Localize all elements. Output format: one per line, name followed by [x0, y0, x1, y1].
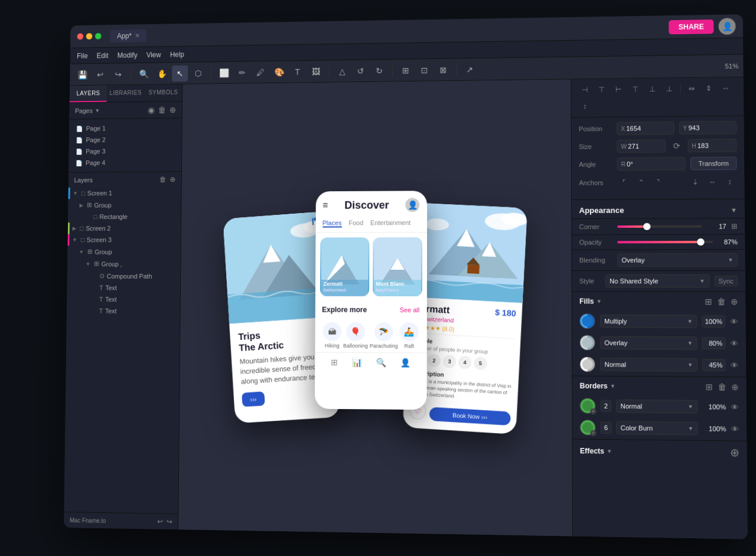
align-center-h-btn[interactable]: ⊤ — [594, 83, 609, 97]
num-2[interactable]: 2 — [427, 354, 441, 367]
borders-options-icon[interactable]: ⊞ — [705, 382, 713, 392]
anchor-center-v[interactable]: ↕ — [722, 175, 737, 189]
fills-delete-icon[interactable]: 🗑 — [717, 297, 726, 306]
anchor-tool[interactable]: ⬡ — [190, 65, 206, 81]
lock-ratio-icon[interactable]: ⟳ — [673, 141, 680, 151]
page-item-1[interactable]: 📄 Page 1 — [69, 122, 182, 134]
share-button[interactable]: SHARE — [669, 19, 713, 34]
hamburger-icon[interactable]: ≡ — [322, 200, 328, 211]
num-5[interactable]: 5 — [473, 357, 487, 370]
layer-screen-1[interactable]: ▼ □ Screen 1 — [69, 187, 181, 199]
layer-text-1[interactable]: ▶ T Text — [67, 282, 180, 294]
nav-search-icon[interactable]: 🔍 — [376, 358, 386, 367]
menu-view[interactable]: View — [146, 51, 161, 59]
border-blend-2[interactable]: Color Burn ▼ — [616, 421, 698, 436]
transform-button[interactable]: Transform — [690, 157, 737, 171]
corner-options-icon[interactable]: ⊞ — [731, 222, 738, 230]
page-item-2[interactable]: 📄 Page 2 — [69, 133, 182, 146]
anchor-top-right[interactable]: ⌝ — [651, 175, 666, 189]
title-tab[interactable]: App* ✕ — [110, 29, 146, 42]
close-window-btn[interactable] — [77, 33, 84, 40]
save-tool[interactable]: 💾 — [74, 67, 90, 83]
tab-close-icon[interactable]: ✕ — [135, 32, 140, 39]
zoom-tool[interactable]: 🔍 — [136, 66, 152, 82]
size-w-input[interactable]: W 271 — [617, 139, 666, 153]
fills-add-icon[interactable]: ⊕ — [731, 297, 738, 306]
layer-compound-path[interactable]: ▶ ⊙ Compound Path — [67, 270, 181, 282]
fill-opacity-2[interactable]: 80% — [702, 337, 726, 349]
redo-tool[interactable]: ↪ — [110, 66, 126, 82]
corner-slider-thumb[interactable] — [643, 223, 650, 230]
anchor-center-h[interactable]: ↔ — [705, 175, 720, 189]
menu-help[interactable]: Help — [170, 50, 184, 58]
page-item-3[interactable]: 📄 Page 3 — [69, 145, 182, 157]
select-tool[interactable]: ↖ — [172, 65, 188, 81]
activity-parachuting[interactable]: 🪂 Parachuting — [370, 322, 398, 349]
minimize-window-btn[interactable] — [86, 33, 93, 40]
add-layer-btn[interactable]: ⊕ — [170, 175, 175, 184]
position-x-input[interactable]: X 1654 — [617, 122, 674, 135]
effects-add-icon[interactable]: ⊕ — [730, 446, 739, 460]
anchor-top-left[interactable]: ⌜ — [617, 175, 632, 189]
border-swatch-2[interactable]: ⊗ — [580, 420, 596, 436]
anchor-pin-bottom[interactable]: ⇣ — [688, 175, 703, 189]
layer-screen-3[interactable]: ▼ □ Screen 3 — [68, 234, 181, 246]
border-visibility-2[interactable]: 👁 — [731, 424, 739, 434]
add-page-icon[interactable]: ⊕ — [170, 105, 177, 115]
border-width-1[interactable]: 2 — [601, 400, 612, 413]
layer-group-nested[interactable]: ▼ ⊞ Group , — [67, 257, 181, 270]
delete-page-icon[interactable]: 🗑 — [158, 105, 166, 115]
align-center-v-btn[interactable]: ⊥ — [645, 82, 660, 96]
style-dropdown[interactable]: No Shared Style ▼ — [605, 274, 709, 287]
menu-file[interactable]: File — [77, 52, 88, 60]
anchor-top[interactable]: ⌃ — [634, 175, 649, 189]
expand-icon-screen2[interactable]: ▶ — [73, 225, 77, 231]
tab-layers[interactable]: LAYERS — [70, 86, 107, 103]
sync-button[interactable]: Sync — [714, 276, 738, 286]
opacity-slider-thumb[interactable] — [697, 238, 705, 246]
opacity-slider[interactable] — [617, 241, 713, 243]
border-visibility-1[interactable]: 👁 — [731, 403, 739, 412]
align-left-btn[interactable]: ⊣ — [578, 83, 592, 97]
expand-icon-group-s1[interactable]: ▶ — [79, 202, 83, 208]
dist-space-h-btn[interactable]: ↔ — [718, 81, 733, 96]
toggle-visibility-icon[interactable]: ◉ — [148, 106, 155, 115]
tab-symbols[interactable]: SYMBOLS — [144, 84, 182, 102]
pan-tool[interactable]: ✋ — [154, 66, 170, 82]
fill-visibility-2[interactable]: 👁 — [731, 339, 739, 348]
layer-text-2[interactable]: ▶ T Text — [67, 293, 180, 305]
see-all-link[interactable]: See all — [400, 306, 420, 313]
num-4[interactable]: 4 — [458, 355, 471, 369]
triangle-tool[interactable]: △ — [334, 63, 350, 79]
tab-libraries[interactable]: LIBRARIES — [107, 85, 145, 102]
expand-icon-group-nested[interactable]: ▼ — [86, 261, 91, 267]
undo-bottom-icon[interactable]: ↩ — [157, 517, 163, 525]
nav-profile-icon[interactable]: 👤 — [400, 358, 410, 367]
phone-screen-2[interactable]: ≡ Discover 👤 Places Food Entertainment — [314, 191, 426, 410]
tab-places[interactable]: Places — [322, 220, 342, 228]
layer-group-s1[interactable]: ▶ ⊞ Group — [68, 198, 181, 211]
group-tool[interactable]: ⊞ — [397, 62, 414, 79]
expand-icon-screen1[interactable]: ▼ — [73, 191, 78, 197]
layer-text-3[interactable]: ▶ T Text — [67, 305, 180, 317]
expand-icon-group-s3[interactable]: ▼ — [79, 248, 84, 254]
dist-v-btn[interactable]: ⇕ — [701, 81, 716, 96]
corner-slider[interactable] — [617, 225, 702, 228]
align-bottom-btn[interactable]: ⊥ — [662, 81, 677, 96]
fill-swatch-2[interactable] — [579, 335, 595, 351]
image-tool[interactable]: 🖼 — [308, 63, 324, 80]
fill-swatch-1[interactable] — [579, 313, 595, 329]
nav-home-icon[interactable]: ⊞ — [331, 358, 338, 367]
canvas-area[interactable]: TripsThe Arctic Mountain hikes give you … — [178, 80, 572, 537]
layer-group-s3[interactable]: ▼ ⊞ Group — [67, 246, 180, 258]
blending-dropdown[interactable]: Overlay ▼ — [617, 253, 738, 267]
fill-visibility-1[interactable]: 👁 — [730, 317, 738, 326]
rotate-right-tool[interactable]: ↻ — [371, 63, 387, 79]
angle-r-input[interactable]: R 0° — [617, 157, 686, 171]
expand-icon-screen3[interactable]: ▼ — [72, 237, 77, 243]
nav-chart-icon[interactable]: 📊 — [352, 358, 362, 367]
activity-ballooning[interactable]: 🎈 Ballooning — [343, 322, 368, 349]
align-right-btn[interactable]: ⊢ — [611, 82, 626, 96]
maximize-window-btn[interactable] — [95, 33, 102, 40]
book-now-btn[interactable]: Book Now ››› — [429, 407, 511, 426]
